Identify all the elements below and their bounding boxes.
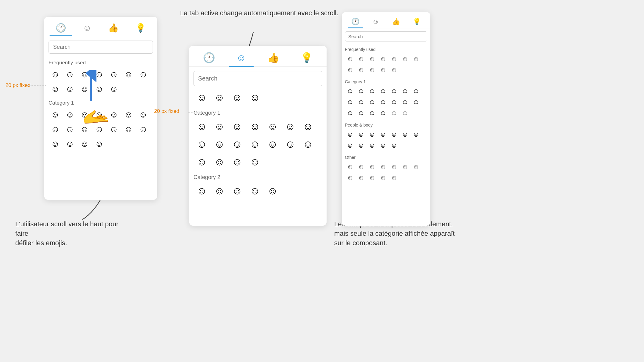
emoji-item[interactable]: ☺	[194, 118, 210, 134]
emoji-scroll-right[interactable]: Frequently used ☺ ☺ ☺ ☺ ☺ ☺ ☺ ☺ ☺ ☺ ☺ ☺ …	[342, 44, 430, 226]
emoji-item[interactable]: ☺	[92, 137, 106, 151]
search-input-right[interactable]	[345, 31, 427, 41]
emoji-item[interactable]: ☺	[400, 54, 410, 64]
emoji-item[interactable]: ☺	[378, 108, 388, 118]
tab-smiley-right[interactable]: ☺	[368, 16, 382, 28]
emoji-item[interactable]: ☺	[411, 129, 421, 140]
emoji-item[interactable]: ☺	[194, 182, 210, 199]
emoji-item[interactable]: ☺	[345, 86, 355, 96]
emoji-item[interactable]: ☺	[356, 86, 366, 96]
emoji-item[interactable]: ☺	[411, 54, 421, 64]
emoji-item[interactable]: ☺	[367, 97, 377, 107]
emoji-item[interactable]: ☺	[378, 65, 388, 75]
emoji-item[interactable]: ☺	[211, 118, 228, 134]
emoji-item[interactable]: ☺	[378, 54, 388, 64]
emoji-item[interactable]: ☺	[367, 129, 377, 140]
emoji-item[interactable]: ☺	[49, 82, 62, 96]
emoji-item[interactable]: ☺	[264, 182, 281, 199]
emoji-item[interactable]: ☺	[345, 173, 355, 183]
emoji-item[interactable]: ☺	[389, 129, 399, 140]
emoji-item[interactable]: ☺	[345, 129, 355, 140]
emoji-item[interactable]: ☺	[345, 54, 355, 64]
emoji-item[interactable]: ☺	[229, 89, 245, 106]
emoji-item[interactable]: ☺	[411, 97, 421, 107]
emoji-item[interactable]: ☺	[356, 162, 366, 172]
search-input-center[interactable]	[194, 71, 322, 86]
emoji-item[interactable]: ☺	[367, 173, 377, 183]
emoji-item[interactable]: ☺	[356, 97, 366, 107]
emoji-item[interactable]: ☺	[345, 65, 355, 75]
tab-recent-left[interactable]: 🕐	[49, 21, 72, 36]
emoji-item[interactable]: ☺	[63, 123, 77, 136]
emoji-item[interactable]: ☺	[400, 162, 410, 172]
emoji-item[interactable]: ☺	[356, 54, 366, 64]
emoji-item[interactable]: ☺	[247, 136, 263, 152]
emoji-item[interactable]: ☺	[264, 118, 281, 134]
emoji-item[interactable]: ☺	[78, 137, 91, 151]
emoji-item[interactable]: ☺	[356, 65, 366, 75]
emoji-item[interactable]: ☺	[389, 86, 399, 96]
emoji-item[interactable]: ☺	[356, 173, 366, 183]
emoji-item[interactable]: ☺	[367, 108, 377, 118]
emoji-item[interactable]: ☺	[389, 173, 399, 183]
emoji-item[interactable]: ☺	[356, 129, 366, 140]
emoji-item[interactable]: ☺	[63, 68, 77, 81]
emoji-scroll-center[interactable]: ☺ ☺ ☺ ☺ Category 1 ☺ ☺ ☺ ☺ ☺ ☺ ☺ ☺ ☺ ☺ ☺…	[189, 89, 327, 226]
emoji-item[interactable]: ☺	[400, 97, 410, 107]
emoji-item[interactable]: ☺	[378, 173, 388, 183]
emoji-item[interactable]: ☺	[378, 140, 388, 151]
emoji-item[interactable]: ☺	[63, 108, 77, 121]
emoji-item[interactable]: ☺	[247, 153, 263, 170]
emoji-item[interactable]: ☺	[367, 162, 377, 172]
emoji-item[interactable]: ☺	[63, 82, 77, 96]
emoji-item[interactable]: ☺	[136, 123, 150, 136]
emoji-item[interactable]: ☺	[49, 137, 62, 151]
emoji-item[interactable]: ☺	[400, 129, 410, 140]
emoji-item[interactable]: ☺	[389, 97, 399, 107]
emoji-item[interactable]: ☺	[49, 123, 62, 136]
tab-thumbsup-center[interactable]: 👍	[260, 50, 287, 66]
emoji-item[interactable]: ☺	[211, 89, 228, 106]
tab-thumbsup-right[interactable]: 👍	[388, 16, 404, 28]
emoji-item[interactable]: ☺	[264, 136, 281, 152]
emoji-item[interactable]: ☺	[282, 118, 298, 134]
emoji-item[interactable]: ☺	[389, 162, 399, 172]
tab-recent-center[interactable]: 🕐	[196, 50, 223, 66]
emoji-item[interactable]: ☺	[211, 153, 228, 170]
emoji-item[interactable]: ☺	[229, 153, 245, 170]
tab-thumbsup-left[interactable]: 👍	[102, 21, 125, 36]
emoji-item[interactable]: ☺	[345, 162, 355, 172]
emoji-item[interactable]: ☺	[211, 136, 228, 152]
emoji-item[interactable]: ☺	[194, 136, 210, 152]
emoji-item[interactable]: ☺	[411, 86, 421, 96]
emoji-item[interactable]: ☺	[345, 97, 355, 107]
emoji-item[interactable]: ☺	[107, 68, 121, 81]
tab-bulb-right[interactable]: 💡	[409, 16, 425, 28]
emoji-item[interactable]: ☺	[229, 136, 245, 152]
emoji-item[interactable]: ☺	[400, 108, 410, 118]
emoji-item[interactable]: ☺	[49, 68, 62, 81]
emoji-item[interactable]: ☺	[378, 129, 388, 140]
emoji-item[interactable]: ☺	[136, 108, 150, 121]
emoji-item[interactable]: ☺	[194, 153, 210, 170]
emoji-item[interactable]: ☺	[282, 136, 298, 152]
emoji-item[interactable]: ☺	[107, 82, 121, 96]
emoji-item[interactable]: ☺	[247, 118, 263, 134]
emoji-item[interactable]: ☺	[367, 65, 377, 75]
tab-bulb-center[interactable]: 💡	[293, 50, 320, 66]
emoji-item[interactable]: ☺	[345, 108, 355, 118]
emoji-item[interactable]: ☺	[63, 137, 77, 151]
emoji-item[interactable]: ☺	[378, 162, 388, 172]
emoji-item[interactable]: ☺	[367, 54, 377, 64]
emoji-item[interactable]: ☺	[389, 108, 399, 118]
emoji-item[interactable]: ☺	[411, 162, 421, 172]
emoji-item[interactable]: ☺	[229, 182, 245, 199]
emoji-item[interactable]: ☺	[367, 86, 377, 96]
emoji-item[interactable]: ☺	[378, 86, 388, 96]
emoji-item[interactable]: ☺	[211, 182, 228, 199]
emoji-item[interactable]: ☺	[122, 108, 135, 121]
emoji-item[interactable]: ☺	[194, 89, 210, 106]
emoji-item[interactable]: ☺	[247, 182, 263, 199]
tab-bulb-left[interactable]: 💡	[129, 21, 152, 36]
emoji-item[interactable]: ☺	[389, 54, 399, 64]
